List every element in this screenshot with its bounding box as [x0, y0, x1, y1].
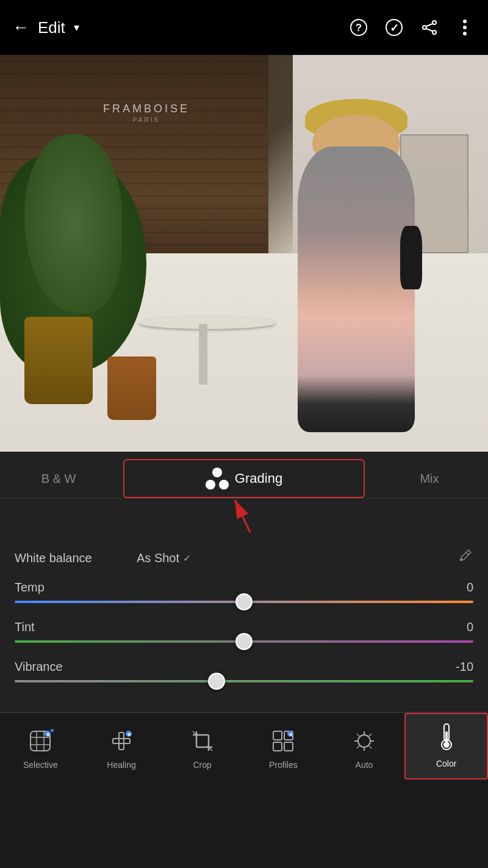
toolbar-crop[interactable]: Crop	[162, 713, 243, 779]
eyedropper-button[interactable]	[456, 548, 473, 568]
svg-line-47	[357, 734, 359, 736]
svg-point-10	[463, 26, 467, 29]
bottom-toolbar: ★ Selective ★ Healing	[0, 712, 488, 779]
check-button[interactable]: ✓	[383, 16, 405, 38]
svg-point-14	[219, 480, 229, 490]
more-button[interactable]	[454, 16, 476, 38]
svg-line-48	[369, 746, 371, 748]
temp-label-row: Temp 0	[15, 580, 473, 595]
svg-point-5	[423, 26, 426, 29]
tint-slider-row: Tint 0	[15, 620, 473, 643]
selective-label: Selective	[23, 760, 58, 770]
svg-text:★: ★	[289, 732, 293, 737]
toolbar-auto[interactable]: Auto	[324, 713, 405, 779]
profiles-label: Profiles	[269, 760, 298, 770]
tint-value: 0	[467, 620, 473, 634]
red-arrow	[207, 493, 281, 535]
healing-icon: ★	[110, 730, 132, 755]
auto-icon	[353, 730, 375, 755]
svg-rect-26	[113, 739, 130, 743]
photo-area: FRAMBOISE PARIS	[0, 55, 488, 452]
toolbar-selective[interactable]: ★ Selective	[0, 713, 81, 779]
color-icon	[436, 723, 458, 754]
grading-label: Grading	[235, 471, 282, 486]
toolbar-healing[interactable]: ★ Healing	[81, 713, 162, 779]
svg-line-49	[369, 734, 371, 736]
toolbar-color[interactable]: Color	[404, 713, 488, 779]
person-body	[298, 146, 415, 432]
temp-label: Temp	[15, 580, 45, 595]
svg-line-18	[466, 552, 468, 555]
svg-line-8	[426, 29, 432, 31]
vibrance-slider-track[interactable]	[15, 680, 473, 682]
white-balance-row: White balance As Shot ✓	[15, 548, 473, 568]
svg-text:?: ?	[356, 22, 362, 34]
handbag	[400, 226, 422, 289]
svg-line-50	[357, 746, 359, 748]
svg-rect-38	[273, 742, 282, 751]
vibrance-slider-row: Vibrance -10	[15, 660, 473, 682]
table-leg	[199, 324, 207, 385]
svg-rect-27	[119, 732, 124, 750]
plant-pot-1	[24, 317, 93, 404]
svg-line-16	[235, 500, 250, 532]
svg-point-54	[443, 742, 450, 748]
person	[283, 115, 429, 432]
temp-slider-track[interactable]	[15, 601, 473, 603]
crop-label: Crop	[193, 760, 212, 770]
brand-overlay: FRAMBOISE PARIS	[103, 103, 190, 123]
back-button[interactable]: ←	[12, 18, 29, 37]
tint-slider-track[interactable]	[15, 640, 473, 643]
temp-value: 0	[467, 580, 473, 595]
panel-area: B & W Grading Mix	[0, 452, 488, 779]
tint-label-row: Tint 0	[15, 620, 473, 634]
profiles-icon: ★	[272, 730, 294, 755]
vibrance-slider-thumb[interactable]	[208, 673, 225, 690]
auto-label: Auto	[356, 760, 373, 770]
svg-point-11	[463, 32, 467, 35]
grading-circles-icon	[206, 468, 228, 490]
tab-mix[interactable]: Mix	[371, 462, 488, 496]
svg-rect-36	[273, 731, 282, 740]
vibrance-label-row: Vibrance -10	[15, 660, 473, 674]
crop-icon	[192, 730, 214, 755]
svg-point-12	[212, 468, 222, 477]
tab-bw[interactable]: B & W	[0, 462, 117, 496]
temp-slider-row: Temp 0	[15, 580, 473, 603]
white-balance-value[interactable]: As Shot ✓	[137, 551, 191, 565]
wb-check-icon: ✓	[183, 552, 191, 564]
svg-point-13	[206, 480, 215, 490]
svg-line-7	[426, 24, 432, 26]
brand-name: FRAMBOISE	[103, 103, 190, 115]
svg-text:★: ★	[46, 732, 51, 737]
title-dropdown-icon[interactable]: ▾	[74, 21, 79, 34]
svg-rect-39	[284, 742, 293, 751]
vibrance-value: -10	[456, 660, 473, 674]
white-balance-label: White balance	[15, 551, 137, 565]
arrow-area	[0, 499, 488, 535]
header: ← Edit ▾ ? ✓	[0, 0, 488, 55]
page-title: Edit	[38, 18, 65, 37]
svg-text:✓: ✓	[390, 22, 399, 34]
healing-label: Healing	[107, 760, 135, 770]
tint-slider-thumb[interactable]	[235, 633, 253, 650]
header-right: ? ✓	[348, 16, 476, 38]
photo-scene: FRAMBOISE PARIS	[0, 55, 488, 452]
controls: White balance As Shot ✓ Temp 0	[0, 535, 488, 712]
svg-point-4	[432, 21, 436, 24]
color-tabs: B & W Grading Mix	[0, 452, 488, 499]
table-area	[122, 234, 293, 392]
toolbar-profiles[interactable]: ★ Profiles	[243, 713, 324, 779]
svg-point-9	[463, 20, 467, 23]
svg-point-6	[432, 31, 436, 34]
svg-text:★: ★	[127, 732, 132, 737]
temp-slider-thumb[interactable]	[235, 593, 253, 610]
help-button[interactable]: ?	[348, 16, 370, 38]
svg-rect-17	[460, 559, 462, 561]
share-button[interactable]	[418, 16, 440, 38]
svg-rect-53	[445, 731, 448, 742]
header-left: ← Edit ▾	[12, 18, 79, 37]
selective-icon: ★	[29, 730, 51, 755]
color-label: Color	[436, 759, 456, 769]
table-top	[139, 316, 276, 329]
